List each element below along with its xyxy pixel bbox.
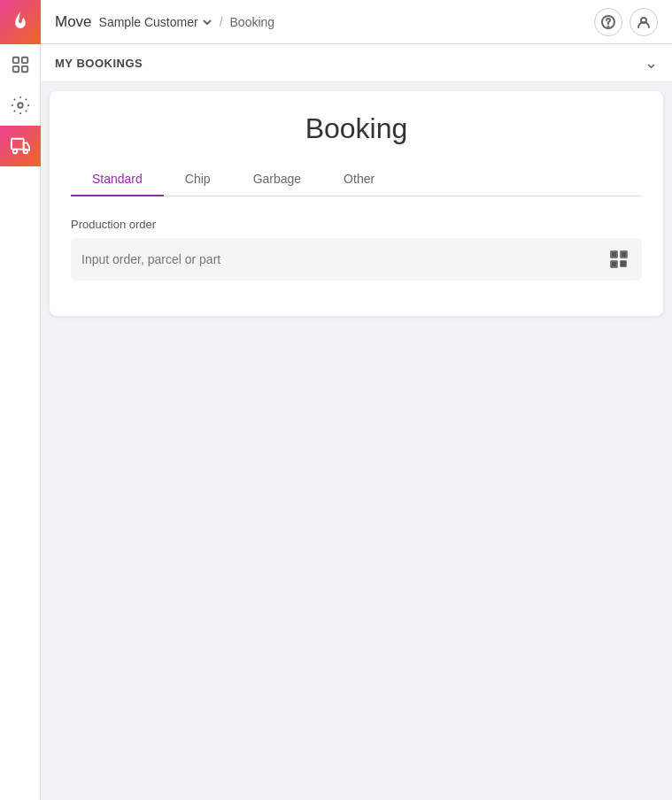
svg-rect-12 xyxy=(613,253,616,257)
my-bookings-bar[interactable]: MY BOOKINGS ⌄ xyxy=(41,44,672,82)
svg-point-4 xyxy=(18,103,23,108)
chevron-down-icon xyxy=(202,17,212,27)
my-bookings-chevron: ⌄ xyxy=(645,53,658,73)
help-icon xyxy=(601,15,615,29)
topbar: Move Sample Customer / Booking xyxy=(41,0,672,44)
gear-icon xyxy=(11,96,30,115)
tab-standard[interactable]: Standard xyxy=(71,163,164,196)
qr-icon xyxy=(608,249,630,270)
flame-icon xyxy=(8,10,33,35)
sidebar-item-home[interactable] xyxy=(0,44,41,85)
customer-name: Sample Customer xyxy=(99,15,198,29)
production-order-section: Production order xyxy=(71,218,642,289)
svg-rect-2 xyxy=(12,66,18,72)
svg-rect-0 xyxy=(12,58,18,63)
booking-card: Booking Standard Chip Garbage Other Prod… xyxy=(50,91,663,316)
production-order-label: Production order xyxy=(71,218,642,231)
svg-rect-3 xyxy=(21,66,27,72)
svg-rect-19 xyxy=(621,265,623,267)
user-icon xyxy=(637,15,651,29)
svg-rect-16 xyxy=(613,263,616,266)
tab-chip[interactable]: Chip xyxy=(164,163,232,196)
order-input-row xyxy=(71,238,642,281)
grid-icon xyxy=(11,55,30,74)
svg-point-6 xyxy=(12,150,17,154)
svg-rect-20 xyxy=(624,265,627,267)
order-input[interactable] xyxy=(81,252,599,266)
svg-point-9 xyxy=(608,26,609,27)
truck-icon xyxy=(11,136,30,156)
svg-point-7 xyxy=(23,150,27,154)
booking-tabs: Standard Chip Garbage Other xyxy=(71,163,642,196)
sidebar-item-delivery[interactable] xyxy=(0,126,41,166)
tab-garbage[interactable]: Garbage xyxy=(232,163,322,196)
topbar-actions xyxy=(594,8,658,36)
sidebar xyxy=(0,0,41,800)
customer-selector[interactable]: Sample Customer xyxy=(99,15,212,29)
help-button[interactable] xyxy=(594,8,622,36)
user-button[interactable] xyxy=(630,8,658,36)
svg-rect-17 xyxy=(621,261,623,264)
svg-rect-5 xyxy=(11,139,23,150)
tab-other[interactable]: Other xyxy=(322,163,396,196)
main-content: Move Sample Customer / Booking xyxy=(41,0,672,800)
breadcrumb-separator: / xyxy=(220,15,223,29)
svg-rect-18 xyxy=(624,261,627,264)
content-area: MY BOOKINGS ⌄ Booking Standard Chip Garb… xyxy=(41,44,672,800)
my-bookings-label: MY BOOKINGS xyxy=(55,57,143,70)
sidebar-item-settings[interactable] xyxy=(0,85,41,126)
breadcrumb-page: Booking xyxy=(230,15,275,29)
app-logo[interactable] xyxy=(0,0,41,44)
svg-rect-1 xyxy=(21,58,27,63)
app-title: Move xyxy=(55,13,92,31)
booking-title: Booking xyxy=(71,112,642,145)
qr-scan-button[interactable] xyxy=(606,247,631,272)
svg-rect-14 xyxy=(622,253,626,257)
